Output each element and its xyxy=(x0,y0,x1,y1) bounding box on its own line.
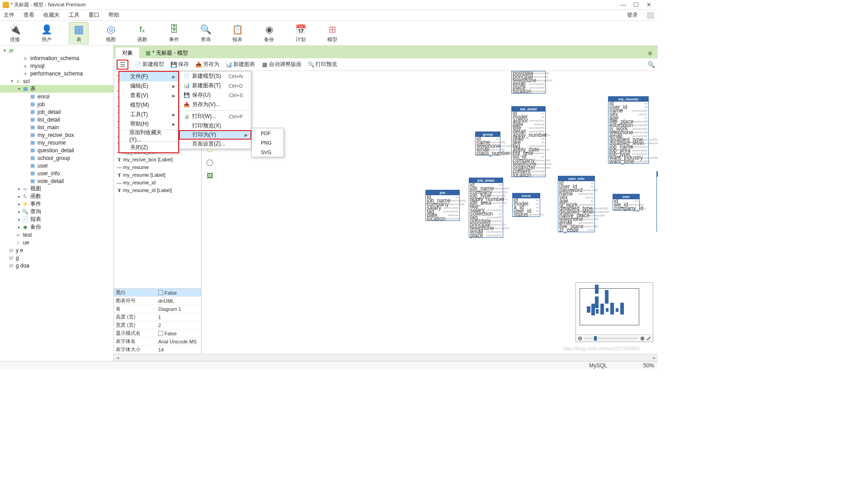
tree-node[interactable]: 🖳y e xyxy=(0,246,113,254)
tree-node[interactable]: ▦school_group xyxy=(0,154,113,162)
diagram-canvas[interactable]: ↖ ✋ ▦ ⎀ T ▢ ◯ 🖼 xyxy=(202,71,658,354)
property-row[interactable]: 黑白 False xyxy=(114,289,201,297)
erd-table-top[interactable]: postdatevarchar(200)principalvarchar(200… xyxy=(511,71,546,94)
zoom-in-icon[interactable]: ⊕ xyxy=(640,335,645,342)
tree-node[interactable]: ▦question_detail xyxy=(0,146,113,154)
tree-node[interactable]: 🖳g doa xyxy=(0,262,113,269)
object-list-item[interactable]: —my_resume_id xyxy=(114,178,201,186)
ctx3-item-PDF[interactable]: PDF xyxy=(252,128,283,138)
subbar-保存[interactable]: 💾保存 xyxy=(170,61,189,68)
tree-node[interactable]: ≡performance_schema xyxy=(0,70,113,77)
tree-node[interactable]: ≡test xyxy=(0,231,113,239)
erd-table-enrol[interactable]: enrolidintmodelinta_idintuser_idintstatu… xyxy=(512,193,540,217)
property-row[interactable]: 宽度 (页)2 xyxy=(114,321,201,329)
subbar-新建模型[interactable]: 📄新建模型 xyxy=(135,61,164,68)
properties-grid[interactable]: 黑白 False图表符号dnUML名Diagram 1高度 (页)1宽度 (页)… xyxy=(114,288,201,354)
object-list-item[interactable]: Tmy_recive_box [Label] xyxy=(114,155,201,163)
ctx2-item[interactable]: 📤另存为(V)... xyxy=(179,100,251,109)
tree-node[interactable]: ▸fₓ函数 xyxy=(0,192,113,200)
tree-node[interactable]: ▦my_recive_box xyxy=(0,131,113,139)
property-row[interactable]: 表字体大小14 xyxy=(114,346,201,354)
search-icon[interactable]: 🔍 xyxy=(647,61,655,68)
ctx1-item[interactable]: 帮助(H)▶ xyxy=(119,119,178,129)
toolbar-表[interactable]: 表 xyxy=(69,22,89,44)
ctx3-item-SVG[interactable]: SVG xyxy=(252,147,283,157)
zoom-slider[interactable] xyxy=(584,338,638,339)
ctx2-item[interactable]: 🖨打印(W)...Ctrl+P xyxy=(179,112,251,121)
ctx2-item[interactable]: 💾保存(U)Ctrl+S xyxy=(179,90,251,100)
ctx1-item[interactable]: 添加到收藏夹(Y)... xyxy=(119,131,178,141)
ctx1-item[interactable]: 编辑(E)▶ xyxy=(119,81,178,91)
property-row[interactable]: 表字体名Arial Unicode MS xyxy=(114,338,201,346)
toolbar-计划[interactable]: 计划 xyxy=(291,23,310,44)
object-list-item[interactable]: —my_resume xyxy=(114,163,201,171)
ctx2-item[interactable]: 打印为(Y)▶ xyxy=(179,130,251,140)
shape-tool-icon[interactable]: ◯ xyxy=(204,157,215,168)
tree-node[interactable]: ▦user_info xyxy=(0,169,113,177)
tree-node[interactable]: ▦list_main xyxy=(0,123,113,131)
toolbar-备份[interactable]: 备份 xyxy=(259,23,278,44)
ctx1-item[interactable]: 工具(T)▶ xyxy=(119,110,178,119)
object-list-item[interactable]: Tmy_resume_id [Label] xyxy=(114,186,201,194)
property-row[interactable]: 高度 (页)1 xyxy=(114,313,201,321)
tree-node[interactable]: ≡information_schema xyxy=(0,54,113,62)
tree-node[interactable]: ≡ ue xyxy=(0,239,113,246)
image-tool-icon[interactable]: 🖼 xyxy=(204,170,215,181)
erd-table-user_info[interactable]: user_infoidintuser_idintpasswordvarchar(… xyxy=(558,176,595,232)
erd-table-user[interactable]: useridintwe_idvarchar(200)company_idint xyxy=(613,194,640,211)
toolbar-用户[interactable]: 用户 xyxy=(37,23,56,44)
toolbar-连接[interactable]: 连接 xyxy=(5,23,24,44)
subbar-打印预览[interactable]: 🔍打印预览 xyxy=(308,61,337,68)
ctx2-item[interactable]: 📄新建模型(S)Ctrl+N xyxy=(179,71,251,81)
connection-tree[interactable]: ▾🖳≡information_schema≡mysql≡performance_… xyxy=(0,46,113,361)
erd-table-my_recive_box[interactable]: my_recive_boxidintcompany_idintcompanyva… xyxy=(656,171,658,231)
maximize-button[interactable]: ☐ xyxy=(630,1,642,8)
toolbar-模型[interactable]: 模型 xyxy=(323,23,342,44)
login-link[interactable]: 登录 xyxy=(627,11,638,19)
tree-node[interactable]: ▦job xyxy=(0,100,113,108)
ctx2-item[interactable]: 打印预览(X) xyxy=(179,121,251,131)
tree-node[interactable]: ▾🖳 xyxy=(0,47,113,54)
tree-node[interactable]: ▸⚡事件 xyxy=(0,200,113,208)
tree-node[interactable]: ▸∞视图 xyxy=(0,185,113,192)
tree-node[interactable]: ≡mysql xyxy=(0,62,113,70)
menu-favorites[interactable]: 收藏夹 xyxy=(43,11,60,19)
menu-help[interactable]: 帮助 xyxy=(108,11,119,19)
property-row[interactable]: 显示模式名 False xyxy=(114,329,201,338)
ctx1-item[interactable]: 模型(M) xyxy=(119,100,178,110)
tab-objects[interactable]: 对象 xyxy=(116,47,139,58)
tree-node[interactable]: ▸◉备份 xyxy=(0,223,113,231)
erd-table-list_detail[interactable]: list_detailidintmodelintauthorvarchar(20… xyxy=(511,106,546,177)
property-row[interactable]: 图表符号dnUML xyxy=(114,297,201,305)
tree-node[interactable]: ▦job_detail xyxy=(0,108,113,116)
subbar-新建图表[interactable]: 📊新建图表 xyxy=(226,61,255,68)
ctx2-item[interactable]: 📊新建图表(T)Ctrl+D xyxy=(179,81,251,90)
menu-window[interactable]: 窗口 xyxy=(89,11,99,19)
property-row[interactable]: 名Diagram 1 xyxy=(114,305,201,313)
hamburger-menu-button[interactable]: ☰ xyxy=(117,60,128,70)
ctx2-item[interactable]: 页面设置(Z)... xyxy=(179,139,251,149)
subbar-另存为[interactable]: 📤另存为 xyxy=(195,61,219,68)
subbar-自动调整版面[interactable]: ▦自动调整版面 xyxy=(261,61,302,68)
erd-table-job_detail[interactable]: job_detailidintjob_namevarchar(200)compa… xyxy=(469,178,503,238)
erd-table-job[interactable]: jobidintjob_namevarchar(200)companyvarch… xyxy=(425,190,460,221)
tree-node[interactable]: ▦list_detail xyxy=(0,116,113,123)
tree-node[interactable]: ▸🔍查询 xyxy=(0,208,113,216)
tree-node[interactable]: ▾≡scl xyxy=(0,77,113,85)
tab-add-icon[interactable]: ⊕ xyxy=(645,48,655,58)
tab-model[interactable]: ▦* 无标题 - 模型 xyxy=(139,47,194,58)
menu-view[interactable]: 查看 xyxy=(24,11,34,19)
toolbar-事件[interactable]: 事件 xyxy=(165,23,184,44)
tree-node[interactable]: ▾▦表 xyxy=(0,85,113,93)
tree-node[interactable]: ▦my_resume xyxy=(0,139,113,146)
toolbar-查询[interactable]: 查询 xyxy=(196,23,215,44)
horizontal-scrollbar[interactable]: ◂▸ xyxy=(114,354,658,361)
tree-node[interactable]: ▸📄报表 xyxy=(0,216,113,223)
tree-node[interactable]: 🖳g xyxy=(0,254,113,262)
minimize-button[interactable]: — xyxy=(617,1,630,8)
zoom-out-icon[interactable]: ⊖ xyxy=(578,335,582,342)
toolbar-报表[interactable]: 报表 xyxy=(228,23,247,44)
object-list-item[interactable]: Tmy_resume [Label] xyxy=(114,171,201,178)
ctx1-item[interactable]: 文件(F)▶ xyxy=(119,72,178,81)
tree-node[interactable]: ▦enrol xyxy=(0,93,113,100)
